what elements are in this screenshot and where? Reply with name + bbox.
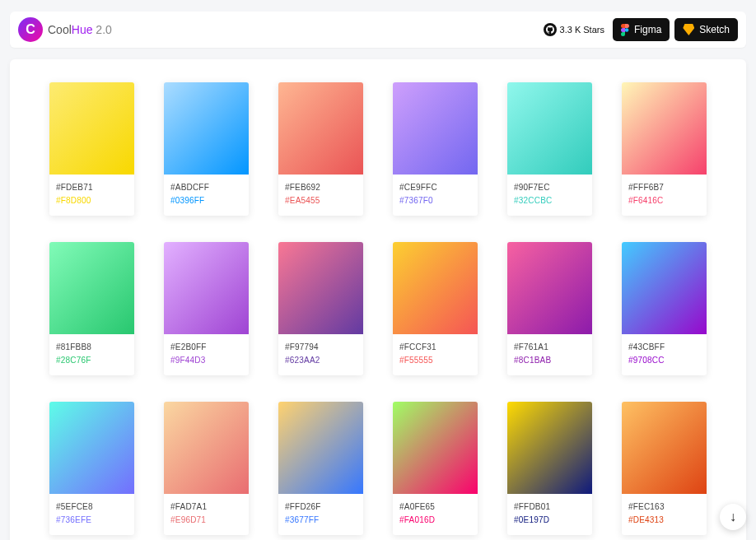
arrow-down-icon: ↓	[730, 510, 736, 524]
hex-from: #FEC163	[628, 500, 700, 514]
hex-to: #28C76F	[56, 354, 128, 367]
gradient-preview	[49, 242, 134, 334]
figma-label: Figma	[634, 24, 661, 35]
hex-to: #DE4313	[628, 514, 700, 527]
gradient-preview	[507, 82, 592, 175]
sketch-icon	[683, 24, 694, 35]
gradient-preview	[278, 402, 363, 494]
hex-from: #90F7EC	[514, 181, 586, 194]
hex-to: #F8D800	[56, 194, 128, 207]
gradient-swatch[interactable]: #43CBFF#9708CC	[622, 242, 707, 375]
brand-logo[interactable]: C CoolHue 2.0	[18, 17, 112, 42]
figma-button[interactable]: Figma	[613, 18, 670, 41]
hex-from: #FCCF31	[399, 341, 471, 354]
hex-from: #F761A1	[514, 341, 586, 354]
gradient-swatch[interactable]: #FDEB71#F8D800	[49, 82, 134, 216]
github-stars-link[interactable]: 3.3 K Stars	[544, 23, 604, 36]
svg-point-0	[625, 28, 629, 32]
hex-from: #FEB692	[285, 181, 357, 194]
gradient-swatch[interactable]: #A0FE65#FA016D	[393, 402, 478, 535]
hex-to: #9708CC	[628, 354, 700, 367]
hex-from: #FFDB01	[514, 500, 586, 514]
figma-icon	[621, 24, 629, 36]
gradient-preview	[393, 402, 478, 494]
gradient-swatch[interactable]: #CE9FFC#7367F0	[393, 82, 478, 216]
gradient-preview	[393, 242, 478, 334]
brand-version: 2.0	[92, 23, 111, 36]
gradient-swatch[interactable]: #ABDCFF#0396FF	[164, 82, 249, 216]
brand-hue: Hue	[72, 23, 93, 36]
gradient-preview	[278, 242, 363, 334]
swatch-meta: #5EFCE8#736EFE	[49, 494, 134, 535]
swatch-meta: #FAD7A1#E96D71	[164, 494, 249, 535]
gradient-swatch[interactable]: #FFDB01#0E197D	[507, 402, 592, 535]
gradient-swatch[interactable]: #FCCF31#F55555	[393, 242, 478, 375]
hex-from: #FAD7A1	[170, 500, 242, 514]
hex-to: #F6416C	[628, 194, 700, 207]
swatch-grid: #FDEB71#F8D800#ABDCFF#0396FF#FEB692#EA54…	[49, 82, 707, 535]
hex-from: #F97794	[285, 341, 357, 354]
hex-to: #8C1BAB	[514, 354, 586, 367]
github-icon	[544, 23, 557, 36]
brand-cool: Cool	[48, 23, 72, 36]
hex-to: #0396FF	[170, 194, 242, 207]
swatch-meta: #FFD26F#3677FF	[278, 494, 363, 535]
swatch-meta: #FEC163#DE4313	[622, 494, 707, 535]
gradient-swatch[interactable]: #81FBB8#28C76F	[49, 242, 134, 375]
hex-to: #9F44D3	[170, 354, 242, 367]
gradient-swatch[interactable]: #FFD26F#3677FF	[278, 402, 363, 535]
hex-to: #F55555	[399, 354, 471, 367]
gradient-swatch[interactable]: #5EFCE8#736EFE	[49, 402, 134, 535]
hex-from: #ABDCFF	[170, 181, 242, 194]
sketch-button[interactable]: Sketch	[674, 18, 738, 41]
hex-to: #7367F0	[399, 194, 471, 207]
gradient-preview	[622, 82, 707, 175]
header-bar: C CoolHue 2.0 3.3 K Stars Figma Sketch	[10, 12, 746, 48]
gradient-preview	[164, 82, 249, 175]
swatch-meta: #FDEB71#F8D800	[49, 175, 134, 216]
swatch-meta: #F761A1#8C1BAB	[507, 334, 592, 375]
scroll-down-fab[interactable]: ↓	[720, 504, 746, 530]
swatch-meta: #FCCF31#F55555	[393, 334, 478, 375]
hex-to: #3677FF	[285, 514, 357, 527]
hex-to: #FA016D	[399, 514, 471, 527]
swatch-meta: #E2B0FF#9F44D3	[164, 334, 249, 375]
gradient-swatch[interactable]: #FEC163#DE4313	[622, 402, 707, 535]
gradient-preview	[507, 402, 592, 494]
hex-from: #FDEB71	[56, 181, 128, 194]
swatch-meta: #FEB692#EA5455	[278, 175, 363, 216]
gradient-preview	[164, 402, 249, 494]
hex-to: #32CCBC	[514, 194, 586, 207]
swatch-meta: #FFF6B7#F6416C	[622, 175, 707, 216]
gradient-swatch[interactable]: #FEB692#EA5455	[278, 82, 363, 216]
gradient-swatch[interactable]: #F97794#623AA2	[278, 242, 363, 375]
swatch-meta: #CE9FFC#7367F0	[393, 175, 478, 216]
gradient-preview	[278, 82, 363, 175]
hex-to: #EA5455	[285, 194, 357, 207]
hex-from: #E2B0FF	[170, 341, 242, 354]
swatch-meta: #81FBB8#28C76F	[49, 334, 134, 375]
swatch-meta: #ABDCFF#0396FF	[164, 175, 249, 216]
gradient-swatch[interactable]: #90F7EC#32CCBC	[507, 82, 592, 216]
gradient-preview	[49, 402, 134, 494]
gradient-swatch[interactable]: #F761A1#8C1BAB	[507, 242, 592, 375]
swatch-meta: #F97794#623AA2	[278, 334, 363, 375]
swatch-meta: #90F7EC#32CCBC	[507, 175, 592, 216]
hex-from: #FFD26F	[285, 500, 357, 514]
hex-from: #5EFCE8	[56, 500, 128, 514]
hex-from: #FFF6B7	[628, 181, 700, 194]
hex-to: #0E197D	[514, 514, 586, 527]
gradient-swatch[interactable]: #FAD7A1#E96D71	[164, 402, 249, 535]
swatch-meta: #FFDB01#0E197D	[507, 494, 592, 535]
brand-text: CoolHue 2.0	[48, 23, 112, 36]
hex-to: #736EFE	[56, 514, 128, 527]
hex-to: #E96D71	[170, 514, 242, 527]
gradient-preview	[49, 82, 134, 175]
gradient-swatch[interactable]: #E2B0FF#9F44D3	[164, 242, 249, 375]
hex-to: #623AA2	[285, 354, 357, 367]
hex-from: #CE9FFC	[399, 181, 471, 194]
swatches-panel: #FDEB71#F8D800#ABDCFF#0396FF#FEB692#EA54…	[10, 59, 746, 540]
gradient-swatch[interactable]: #FFF6B7#F6416C	[622, 82, 707, 216]
github-stars-count: 3.3 K Stars	[560, 25, 604, 35]
gradient-preview	[622, 402, 707, 494]
